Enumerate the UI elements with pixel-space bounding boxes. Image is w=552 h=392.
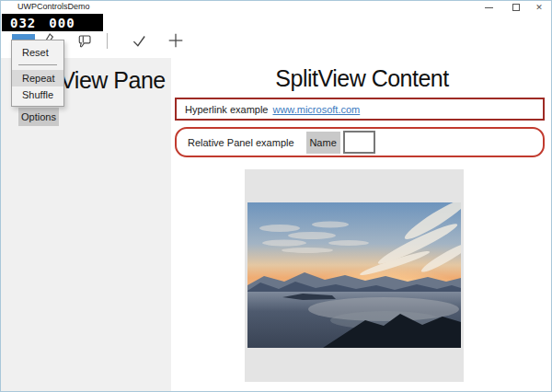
- options-button[interactable]: Options: [18, 108, 59, 126]
- name-input[interactable]: [343, 131, 375, 154]
- minimize-icon: [485, 7, 493, 8]
- relative-panel-example-box: Relative Panel example Name: [175, 127, 545, 157]
- name-button[interactable]: Name: [306, 132, 340, 154]
- image-panel: [245, 169, 464, 382]
- command-bar: [1, 31, 551, 58]
- hyperlink-example-box: Hyperlink example www.microsoft.com: [175, 98, 545, 121]
- options-flyout-menu: Reset Repeat Shuffle: [11, 40, 64, 107]
- counter-right-value: 000: [49, 16, 75, 30]
- titlebar: UWPControlsDemo ✕: [1, 1, 551, 14]
- splitview-content: SplitView Content Hyperlink example www.…: [171, 58, 552, 392]
- toolbar-separator: [107, 33, 108, 49]
- splitview-pane: SplitView Pane Options: [1, 58, 171, 392]
- close-button[interactable]: ✕: [525, 1, 552, 14]
- close-icon: ✕: [535, 4, 543, 12]
- counter-left-value: 032: [10, 16, 36, 30]
- menu-separator: [18, 64, 57, 65]
- hyperlink-example-label: Hyperlink example: [185, 104, 268, 115]
- menu-item-repeat[interactable]: Repeat: [12, 70, 63, 86]
- maximize-icon: [512, 4, 520, 11]
- microsoft-link[interactable]: www.microsoft.com: [272, 104, 360, 115]
- menu-item-reset[interactable]: Reset: [12, 44, 63, 61]
- minimize-button[interactable]: [475, 1, 502, 14]
- menu-item-shuffle[interactable]: Shuffle: [12, 86, 63, 103]
- relative-panel-label: Relative Panel example: [188, 137, 294, 148]
- app-window: UWPControlsDemo ✕ 032 000 SplitView Pane…: [0, 0, 552, 392]
- accept-check-icon[interactable]: [131, 32, 147, 49]
- counter-display: 032 000: [2, 14, 103, 31]
- content-title: SplitView Content: [171, 65, 552, 92]
- add-plus-icon[interactable]: [167, 32, 184, 49]
- sunset-photo: [247, 202, 461, 348]
- dislike-icon[interactable]: [75, 32, 92, 49]
- window-title: UWPControlsDemo: [17, 2, 90, 11]
